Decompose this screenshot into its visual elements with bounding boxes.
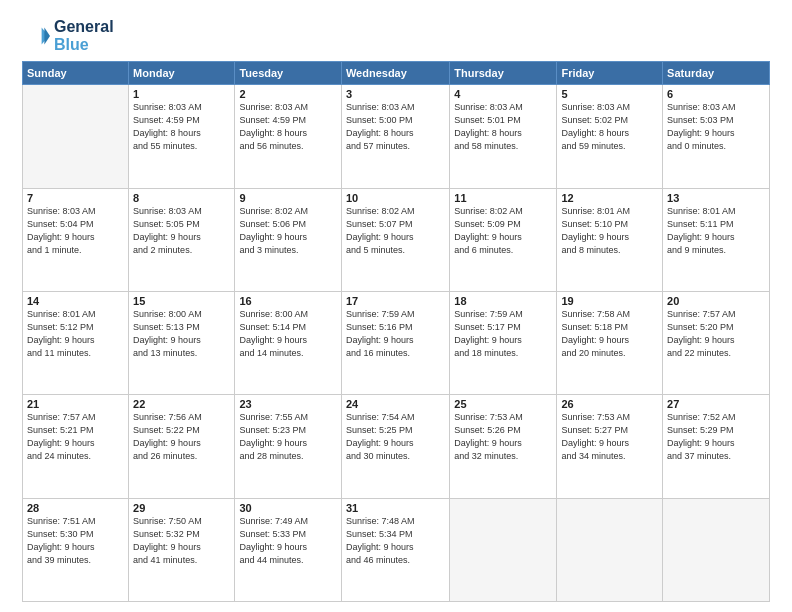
day-info: Sunrise: 7:59 AMSunset: 5:16 PMDaylight:… bbox=[346, 308, 445, 360]
calendar-cell: 27Sunrise: 7:52 AMSunset: 5:29 PMDayligh… bbox=[663, 395, 770, 498]
calendar-cell: 19Sunrise: 7:58 AMSunset: 5:18 PMDayligh… bbox=[557, 291, 663, 394]
day-info: Sunrise: 8:03 AMSunset: 5:04 PMDaylight:… bbox=[27, 205, 124, 257]
day-number: 30 bbox=[239, 502, 337, 514]
calendar-header-friday: Friday bbox=[557, 62, 663, 85]
calendar-cell: 14Sunrise: 8:01 AMSunset: 5:12 PMDayligh… bbox=[23, 291, 129, 394]
calendar-header-monday: Monday bbox=[129, 62, 235, 85]
calendar-cell: 4Sunrise: 8:03 AMSunset: 5:01 PMDaylight… bbox=[450, 85, 557, 188]
day-number: 27 bbox=[667, 398, 765, 410]
calendar-cell bbox=[450, 498, 557, 601]
logo-text: General Blue bbox=[54, 18, 114, 53]
day-number: 7 bbox=[27, 192, 124, 204]
calendar-week-4: 28Sunrise: 7:51 AMSunset: 5:30 PMDayligh… bbox=[23, 498, 770, 601]
page: General Blue SundayMondayTuesdayWednesda… bbox=[0, 0, 792, 612]
day-number: 29 bbox=[133, 502, 230, 514]
day-info: Sunrise: 8:00 AMSunset: 5:13 PMDaylight:… bbox=[133, 308, 230, 360]
calendar-cell: 6Sunrise: 8:03 AMSunset: 5:03 PMDaylight… bbox=[663, 85, 770, 188]
day-info: Sunrise: 7:58 AMSunset: 5:18 PMDaylight:… bbox=[561, 308, 658, 360]
logo-icon bbox=[22, 22, 50, 50]
day-info: Sunrise: 7:49 AMSunset: 5:33 PMDaylight:… bbox=[239, 515, 337, 567]
day-info: Sunrise: 7:54 AMSunset: 5:25 PMDaylight:… bbox=[346, 411, 445, 463]
calendar-cell bbox=[23, 85, 129, 188]
day-number: 9 bbox=[239, 192, 337, 204]
day-number: 17 bbox=[346, 295, 445, 307]
day-number: 4 bbox=[454, 88, 552, 100]
calendar-cell: 12Sunrise: 8:01 AMSunset: 5:10 PMDayligh… bbox=[557, 188, 663, 291]
calendar-cell: 13Sunrise: 8:01 AMSunset: 5:11 PMDayligh… bbox=[663, 188, 770, 291]
day-number: 6 bbox=[667, 88, 765, 100]
calendar-cell: 8Sunrise: 8:03 AMSunset: 5:05 PMDaylight… bbox=[129, 188, 235, 291]
day-number: 1 bbox=[133, 88, 230, 100]
calendar-cell: 10Sunrise: 8:02 AMSunset: 5:07 PMDayligh… bbox=[341, 188, 449, 291]
calendar-header-thursday: Thursday bbox=[450, 62, 557, 85]
header: General Blue bbox=[22, 18, 770, 53]
day-number: 31 bbox=[346, 502, 445, 514]
logo: General Blue bbox=[22, 18, 114, 53]
day-info: Sunrise: 8:03 AMSunset: 4:59 PMDaylight:… bbox=[133, 101, 230, 153]
day-info: Sunrise: 7:57 AMSunset: 5:20 PMDaylight:… bbox=[667, 308, 765, 360]
day-number: 5 bbox=[561, 88, 658, 100]
day-number: 18 bbox=[454, 295, 552, 307]
day-info: Sunrise: 7:53 AMSunset: 5:26 PMDaylight:… bbox=[454, 411, 552, 463]
day-number: 2 bbox=[239, 88, 337, 100]
calendar-week-2: 14Sunrise: 8:01 AMSunset: 5:12 PMDayligh… bbox=[23, 291, 770, 394]
day-number: 8 bbox=[133, 192, 230, 204]
day-number: 19 bbox=[561, 295, 658, 307]
calendar-header-row: SundayMondayTuesdayWednesdayThursdayFrid… bbox=[23, 62, 770, 85]
day-number: 28 bbox=[27, 502, 124, 514]
day-number: 13 bbox=[667, 192, 765, 204]
calendar-header-sunday: Sunday bbox=[23, 62, 129, 85]
calendar-header-wednesday: Wednesday bbox=[341, 62, 449, 85]
calendar-cell: 20Sunrise: 7:57 AMSunset: 5:20 PMDayligh… bbox=[663, 291, 770, 394]
day-number: 26 bbox=[561, 398, 658, 410]
day-info: Sunrise: 8:03 AMSunset: 5:03 PMDaylight:… bbox=[667, 101, 765, 153]
day-info: Sunrise: 8:02 AMSunset: 5:06 PMDaylight:… bbox=[239, 205, 337, 257]
calendar-cell: 22Sunrise: 7:56 AMSunset: 5:22 PMDayligh… bbox=[129, 395, 235, 498]
day-info: Sunrise: 8:02 AMSunset: 5:07 PMDaylight:… bbox=[346, 205, 445, 257]
calendar-header-tuesday: Tuesday bbox=[235, 62, 342, 85]
day-number: 3 bbox=[346, 88, 445, 100]
day-number: 15 bbox=[133, 295, 230, 307]
day-number: 25 bbox=[454, 398, 552, 410]
calendar-cell: 7Sunrise: 8:03 AMSunset: 5:04 PMDaylight… bbox=[23, 188, 129, 291]
day-number: 11 bbox=[454, 192, 552, 204]
calendar-cell: 29Sunrise: 7:50 AMSunset: 5:32 PMDayligh… bbox=[129, 498, 235, 601]
day-number: 20 bbox=[667, 295, 765, 307]
calendar-cell: 23Sunrise: 7:55 AMSunset: 5:23 PMDayligh… bbox=[235, 395, 342, 498]
calendar-week-3: 21Sunrise: 7:57 AMSunset: 5:21 PMDayligh… bbox=[23, 395, 770, 498]
day-number: 21 bbox=[27, 398, 124, 410]
day-info: Sunrise: 8:03 AMSunset: 5:01 PMDaylight:… bbox=[454, 101, 552, 153]
calendar-cell: 5Sunrise: 8:03 AMSunset: 5:02 PMDaylight… bbox=[557, 85, 663, 188]
calendar-cell: 17Sunrise: 7:59 AMSunset: 5:16 PMDayligh… bbox=[341, 291, 449, 394]
calendar-cell: 26Sunrise: 7:53 AMSunset: 5:27 PMDayligh… bbox=[557, 395, 663, 498]
day-info: Sunrise: 7:55 AMSunset: 5:23 PMDaylight:… bbox=[239, 411, 337, 463]
day-info: Sunrise: 7:52 AMSunset: 5:29 PMDaylight:… bbox=[667, 411, 765, 463]
day-info: Sunrise: 8:01 AMSunset: 5:12 PMDaylight:… bbox=[27, 308, 124, 360]
day-info: Sunrise: 7:57 AMSunset: 5:21 PMDaylight:… bbox=[27, 411, 124, 463]
day-number: 14 bbox=[27, 295, 124, 307]
calendar-table: SundayMondayTuesdayWednesdayThursdayFrid… bbox=[22, 61, 770, 602]
calendar-cell: 18Sunrise: 7:59 AMSunset: 5:17 PMDayligh… bbox=[450, 291, 557, 394]
day-number: 22 bbox=[133, 398, 230, 410]
calendar-cell: 2Sunrise: 8:03 AMSunset: 4:59 PMDaylight… bbox=[235, 85, 342, 188]
day-info: Sunrise: 8:03 AMSunset: 5:00 PMDaylight:… bbox=[346, 101, 445, 153]
day-number: 24 bbox=[346, 398, 445, 410]
calendar-cell: 28Sunrise: 7:51 AMSunset: 5:30 PMDayligh… bbox=[23, 498, 129, 601]
day-number: 16 bbox=[239, 295, 337, 307]
day-info: Sunrise: 8:03 AMSunset: 4:59 PMDaylight:… bbox=[239, 101, 337, 153]
day-info: Sunrise: 7:48 AMSunset: 5:34 PMDaylight:… bbox=[346, 515, 445, 567]
day-number: 10 bbox=[346, 192, 445, 204]
calendar-cell: 1Sunrise: 8:03 AMSunset: 4:59 PMDaylight… bbox=[129, 85, 235, 188]
calendar-cell: 21Sunrise: 7:57 AMSunset: 5:21 PMDayligh… bbox=[23, 395, 129, 498]
calendar-cell: 9Sunrise: 8:02 AMSunset: 5:06 PMDaylight… bbox=[235, 188, 342, 291]
calendar-cell: 11Sunrise: 8:02 AMSunset: 5:09 PMDayligh… bbox=[450, 188, 557, 291]
calendar-cell: 16Sunrise: 8:00 AMSunset: 5:14 PMDayligh… bbox=[235, 291, 342, 394]
day-info: Sunrise: 8:01 AMSunset: 5:10 PMDaylight:… bbox=[561, 205, 658, 257]
calendar-cell: 31Sunrise: 7:48 AMSunset: 5:34 PMDayligh… bbox=[341, 498, 449, 601]
calendar-cell bbox=[557, 498, 663, 601]
day-info: Sunrise: 7:50 AMSunset: 5:32 PMDaylight:… bbox=[133, 515, 230, 567]
day-info: Sunrise: 8:01 AMSunset: 5:11 PMDaylight:… bbox=[667, 205, 765, 257]
calendar-week-1: 7Sunrise: 8:03 AMSunset: 5:04 PMDaylight… bbox=[23, 188, 770, 291]
day-info: Sunrise: 8:02 AMSunset: 5:09 PMDaylight:… bbox=[454, 205, 552, 257]
calendar-week-0: 1Sunrise: 8:03 AMSunset: 4:59 PMDaylight… bbox=[23, 85, 770, 188]
